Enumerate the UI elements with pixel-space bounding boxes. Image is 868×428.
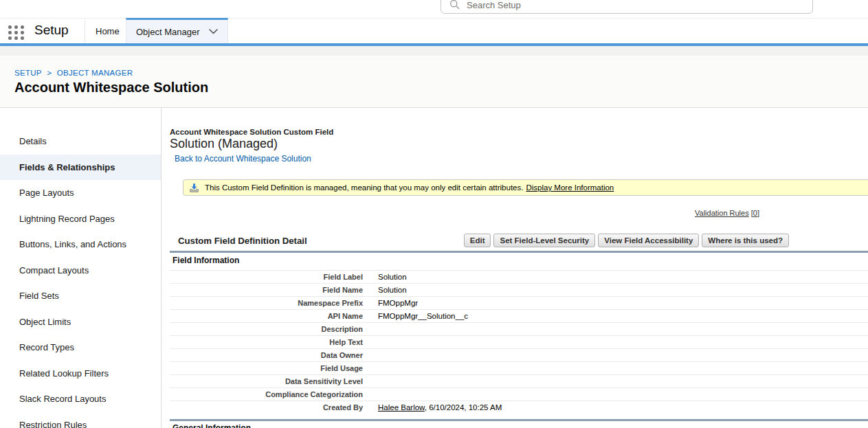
edit-button[interactable]: Edit [464, 234, 491, 247]
section-divider-bottom [170, 419, 868, 421]
field-information-title: Field Information [173, 256, 239, 265]
header-vertical-separator [85, 21, 85, 43]
sidebar-item-compact-layouts[interactable]: Compact Layouts [0, 258, 161, 284]
field-row-compliance-categorization: Compliance Categorization [170, 387, 868, 401]
field-row-label: Description [170, 325, 372, 333]
breadcrumb-setup-link[interactable]: SETUP [14, 69, 42, 77]
entity-context-label: Account Whitespace Solution Custom Field [170, 128, 333, 136]
field-row-label: Namespace Prefix [170, 299, 372, 307]
field-row-value: Solution [372, 273, 407, 281]
validation-rules-bracket-close: ] [757, 209, 759, 217]
detail-section-title: Custom Field Definition Detail [178, 236, 307, 246]
main-content: Account Whitespace Solution Custom Field… [162, 108, 868, 428]
salesforce-setup-app: Setup Home Object Manager SETUP > OBJECT… [0, 0, 868, 428]
sidebar-item-buttons-links-and-actions[interactable]: Buttons, Links, and Actions [0, 232, 161, 258]
field-row-api-name: API NameFMOppMgr__Solution__c [170, 309, 868, 322]
field-row-value: Halee Barlow, 6/10/2024, 10:25 AM [372, 403, 502, 412]
field-row-data-sensitivity-level: Data Sensitivity Level [170, 374, 868, 387]
sidebar-item-object-limits[interactable]: Object Limits [0, 309, 161, 335]
page-gap [0, 46, 868, 56]
field-row-value: FMOppMgr [372, 299, 418, 307]
sidebar-item-slack-record-layouts[interactable]: Slack Record Layouts [0, 386, 161, 412]
page-title: Account Whitespace Solution [14, 80, 868, 95]
next-section-title: General Information [173, 423, 251, 428]
validation-rules-link[interactable]: Validation Rules [695, 209, 749, 217]
set-field-level-security-button[interactable]: Set Field-Level Security [493, 234, 595, 247]
section-divider-top [170, 251, 868, 253]
where-is-this-used-button[interactable]: Where is this used? [702, 234, 789, 247]
sidebar-item-restriction-rules[interactable]: Restriction Rules [0, 412, 161, 428]
managed-package-icon [189, 183, 199, 193]
sidebar-item-lightning-record-pages[interactable]: Lightning Record Pages [0, 206, 161, 232]
field-information-table: Field LabelSolutionField NameSolutionNam… [170, 270, 868, 414]
sidebar-nav: DetailsFields & RelationshipsPage Layout… [0, 108, 162, 428]
managed-field-banner: This Custom Field Definition is managed,… [183, 179, 868, 196]
field-row-field-usage: Field Usage [170, 361, 868, 374]
setup-search-box[interactable] [441, 0, 813, 14]
breadcrumb-separator: > [47, 69, 52, 77]
tab-object-manager[interactable]: Object Manager [126, 18, 228, 43]
search-input[interactable] [467, 0, 804, 10]
field-row-created-by: Created ByHalee Barlow, 6/10/2024, 10:25… [170, 401, 868, 414]
field-row-label: API Name [170, 312, 372, 320]
field-row-label: Data Owner [170, 351, 372, 359]
field-row-description: Description [170, 322, 868, 335]
halee-barlow-link[interactable]: Halee Barlow [378, 403, 425, 412]
page-header: SETUP > OBJECT MANAGER Account Whitespac… [0, 56, 868, 108]
banner-text: This Custom Field Definition is managed,… [205, 183, 523, 192]
field-row-label: Field Label [170, 273, 372, 281]
sidebar-item-fields-relationships[interactable]: Fields & Relationships [0, 155, 161, 181]
detail-header: Custom Field Definition Detail EditSet F… [178, 232, 789, 249]
sidebar-item-record-types[interactable]: Record Types [0, 335, 161, 361]
body-wrap: DetailsFields & RelationshipsPage Layout… [0, 108, 868, 428]
view-field-accessibility-button[interactable]: View Field Accessibility [598, 234, 699, 247]
field-row-label: Data Sensitivity Level [170, 377, 372, 385]
field-row-label: Help Text [170, 338, 372, 346]
tab-home[interactable]: Home [91, 20, 124, 43]
field-row-label: Field Usage [170, 364, 372, 372]
field-row-value: FMOppMgr__Solution__c [372, 312, 468, 320]
field-row-label: Created By [170, 403, 372, 412]
field-row-value: Solution [372, 286, 407, 294]
tab-object-manager-label: Object Manager [136, 27, 200, 37]
sidebar-item-page-layouts[interactable]: Page Layouts [0, 180, 161, 206]
sidebar-item-related-lookup-filters[interactable]: Related Lookup Filters [0, 361, 161, 387]
app-launcher-icon[interactable] [8, 25, 25, 40]
breadcrumb: SETUP > OBJECT MANAGER [14, 56, 868, 77]
field-row-data-owner: Data Owner [170, 348, 868, 361]
global-header: Setup Home Object Manager [0, 0, 868, 46]
breadcrumb-object-manager-link[interactable]: OBJECT MANAGER [57, 69, 133, 77]
field-row-help-text: Help Text [170, 335, 868, 348]
detail-buttons: EditSet Field-Level SecurityView Field A… [464, 234, 789, 247]
field-row-field-label: Field LabelSolution [170, 270, 868, 283]
display-more-information-link[interactable]: Display More Information [526, 183, 614, 192]
app-title: Setup [34, 23, 69, 38]
sidebar-item-details[interactable]: Details [0, 128, 161, 155]
brand-strip [0, 43, 868, 46]
field-row-label: Compliance Categorization [170, 390, 372, 398]
related-links: Validation Rules [0] [695, 209, 759, 217]
sidebar-item-field-sets[interactable]: Field Sets [0, 283, 161, 309]
field-row-field-name: Field NameSolution [170, 283, 868, 296]
field-row-label: Field Name [170, 286, 372, 294]
field-row-namespace-prefix: Namespace PrefixFMOppMgr [170, 296, 868, 309]
search-icon [449, 0, 460, 10]
back-link[interactable]: Back to Account Whitespace Solution [175, 154, 311, 164]
chevron-down-icon [209, 29, 218, 34]
field-detail-title: Solution (Managed) [170, 137, 278, 151]
